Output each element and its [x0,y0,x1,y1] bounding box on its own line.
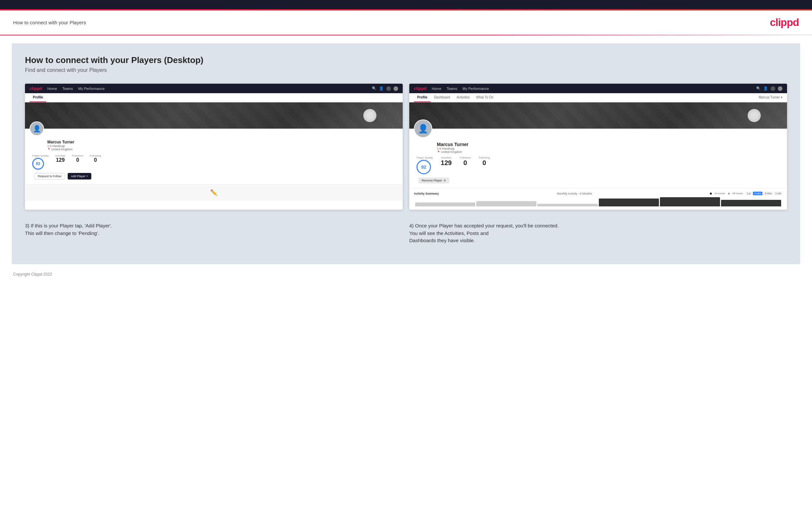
descriptions-row: 3) If this is your Player tap, 'Add Play… [25,219,787,248]
profile-name-right: Marcus Turner [437,142,782,147]
profile-info-right: 👤 Marcus Turner 1-5 Handicap 📍 United Ki… [409,129,787,188]
oncourse-legend-dot [710,192,712,194]
activity-chart [414,197,782,207]
bar-6 [721,200,781,207]
mini-nav-icons-right: 🔍 👤 [756,86,782,91]
quality-label-left: Player Quality [32,154,49,157]
stats-row-left: Player Quality 92 Activities 129 Followe… [30,154,398,170]
offcourse-legend-label: Off course [732,192,743,194]
mini-nav-performance-left: My Performance [78,87,105,91]
settings-icon-left [386,86,391,91]
activity-summary-title: Activity Summary [414,192,439,195]
quality-stat-left: Player Quality 92 [32,154,49,170]
search-icon-right: 🔍 [756,86,761,91]
mini-nav-home-right: Home [432,87,441,91]
profile-handicap-right: 1-5 Handicap [437,147,782,150]
quality-stat-right: Player Quality 92 [416,156,433,174]
activities-stat-left: Activities 129 [55,154,66,163]
profile-icon-right [778,86,782,91]
profile-info-left: 👤 Marcus Turner 1-5 Handicap 📍 United Ki… [25,129,403,184]
search-icon-left: 🔍 [372,86,376,91]
description-left: 3) If this is your Player tap, 'Add Play… [25,219,403,248]
bar-5 [660,197,720,207]
user-icon-right: 👤 [763,86,768,91]
bar-4 [599,199,659,207]
tab-dashboard-right[interactable]: Dashboard [430,93,453,102]
oncourse-legend-label: On course [714,192,725,194]
tab-profile-left[interactable]: Profile [30,93,46,102]
stats-row-right: Player Quality 92 Activities 129 Followe… [414,156,782,174]
profile-icon-left [394,86,398,91]
top-bar [0,0,812,10]
header: How to connect with your Players clippd [0,10,812,35]
settings-icon-right [771,86,775,91]
followers-stat-right: Followers 0 [460,156,471,167]
profile-buttons-left: Request to Follow Add Player + [30,173,398,179]
time-btn-1yr[interactable]: 1 yr [746,192,752,195]
tab-activities-right[interactable]: Activities [453,93,473,102]
tab-dropdown-right[interactable]: Marcus Turner ▾ [759,93,782,102]
offcourse-legend-dot [728,192,730,194]
screenshot-right: clippd Home Teams My Performance 🔍 👤 Pro… [409,84,787,210]
activity-period: Monthly Activity - 6 Months [557,192,592,195]
header-divider [0,35,812,36]
mini-logo-left: clippd [30,86,42,91]
following-stat-right: Following 0 [478,156,490,167]
time-btn-1mth[interactable]: 1 mth [774,192,782,195]
bar-3 [538,204,598,207]
screenshot-left: clippd Home Teams My Performance 🔍 👤 Pro… [25,84,403,210]
profile-name-left: Marcus Turner [47,140,398,145]
mini-nav-icons-left: 🔍 👤 [372,86,398,91]
legend-and-buttons: On course Off course 1 yr 6 mths 3 mths … [710,192,782,195]
activities-stat-right: Activities 129 [441,156,452,167]
avatar-right: 👤 [414,119,432,138]
avatar-icon-left: 👤 [33,125,41,132]
clippd-logo: clippd [770,16,799,29]
user-icon-left: 👤 [379,86,384,91]
bar-2 [476,201,537,207]
profile-banner-right [409,102,787,129]
mini-nav-teams-right: Teams [447,87,457,91]
profile-banner-left [25,102,403,129]
tab-whattoon-right[interactable]: What To On [473,93,497,102]
close-icon-remove: ✕ [444,179,446,182]
profile-name-area-left: Marcus Turner 1-5 Handicap 📍 United King… [30,140,398,151]
top-bar-accent [0,9,812,10]
profile-location-right: 📍 United Kingdom [437,150,782,154]
followers-stat-left: Followers 0 [72,154,83,163]
activity-header: Activity Summary Monthly Activity - 6 Mo… [414,192,782,195]
edit-icon-left: ✏️ [210,189,217,196]
main-title: How to connect with your Players (Deskto… [25,55,787,65]
remove-player-button[interactable]: Remove Player ✕ [418,177,449,183]
following-stat-left: Following 0 [90,154,101,163]
mini-nav-right: clippd Home Teams My Performance 🔍 👤 [409,84,787,93]
tab-profile-right[interactable]: Profile [414,93,430,102]
time-buttons: 1 yr 6 mths 3 mths 1 mth [746,192,782,195]
profile-location-left: 📍 United Kingdom [47,148,398,151]
main-subtitle: Find and connect with your Players [25,67,787,73]
quality-circle-right: 92 [416,160,431,174]
main-content: How to connect with your Players (Deskto… [12,43,800,264]
mini-logo-right: clippd [414,86,426,91]
avatar-left: 👤 [30,121,44,136]
bar-1 [415,203,475,207]
request-follow-button[interactable]: Request to Follow [34,173,65,179]
time-btn-6mths[interactable]: 6 mths [753,192,762,195]
mini-nav-teams-left: Teams [62,87,73,91]
quality-label-right: Player Quality [416,156,433,159]
mini-tabs-left: Profile [25,93,403,102]
screenshot-bottom-left: ✏️ [25,184,403,201]
avatar-icon-right: 👤 [418,124,428,134]
activity-summary: Activity Summary Monthly Activity - 6 Mo… [409,188,787,210]
profile-handicap-left: 1-5 Handicap [47,145,398,148]
add-player-button[interactable]: Add Player + [68,173,91,179]
mini-nav-left: clippd Home Teams My Performance 🔍 👤 [25,84,403,93]
description-text-3: 3) If this is your Player tap, 'Add Play… [25,222,403,237]
screenshots-row: clippd Home Teams My Performance 🔍 👤 Pro… [25,84,787,210]
time-btn-3mths[interactable]: 3 mths [763,192,773,195]
mini-nav-home-left: Home [47,87,57,91]
copyright-text: Copyright Clippd 2022 [13,272,52,277]
page-footer: Copyright Clippd 2022 [0,272,812,283]
quality-circle-left: 92 [32,158,44,170]
description-text-4: 4) Once your Player has accepted your re… [409,222,787,244]
